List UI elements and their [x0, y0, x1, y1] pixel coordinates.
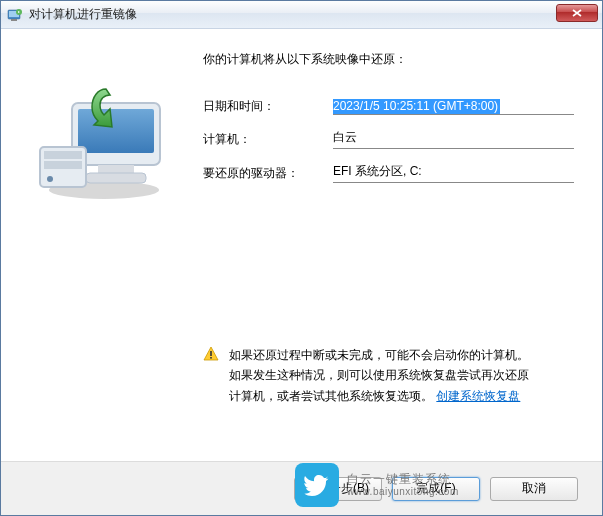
close-icon — [572, 9, 582, 17]
warning-block: 如果还原过程中断或未完成，可能不会启动你的计算机。 如果发生这种情况，则可以使用… — [203, 345, 574, 406]
svg-rect-2 — [11, 19, 17, 21]
warning-text: 如果还原过程中断或未完成，可能不会启动你的计算机。 如果发生这种情况，则可以使用… — [229, 345, 529, 406]
svg-rect-10 — [44, 151, 82, 159]
warning-line1: 如果还原过程中断或未完成，可能不会启动你的计算机。 — [229, 348, 529, 362]
info-row-datetime: 日期和时间： 2023/1/5 10:25:11 (GMT+8:00) — [203, 98, 574, 115]
app-icon — [7, 7, 23, 23]
content-columns: 你的计算机将从以下系统映像中还原： 日期和时间： 2023/1/5 10:25:… — [29, 51, 574, 406]
svg-rect-6 — [78, 109, 154, 153]
svg-point-12 — [47, 176, 53, 182]
window-title: 对计算机进行重镜像 — [29, 6, 137, 23]
close-button[interactable] — [556, 4, 598, 22]
info-row-drives: 要还原的驱动器： EFI 系统分区, C: — [203, 163, 574, 183]
datetime-value-wrap: 2023/1/5 10:25:11 (GMT+8:00) — [333, 99, 574, 115]
svg-rect-13 — [210, 351, 212, 356]
watermark-logo — [295, 463, 339, 507]
watermark-text: 白云一键重装系统 www.baiyunxitong.com — [347, 472, 459, 498]
content-area: 你的计算机将从以下系统映像中还原： 日期和时间： 2023/1/5 10:25:… — [1, 29, 602, 461]
warning-line2a: 如果发生这种情况，则可以使用系统恢复盘尝试再次还原 — [229, 368, 529, 382]
computer-value: 白云 — [333, 129, 574, 149]
cancel-button[interactable]: 取消 — [490, 477, 578, 501]
svg-rect-14 — [210, 357, 212, 359]
svg-rect-8 — [86, 173, 146, 183]
datetime-label: 日期和时间： — [203, 98, 333, 115]
svg-rect-7 — [98, 165, 134, 173]
datetime-value: 2023/1/5 10:25:11 (GMT+8:00) — [333, 99, 500, 114]
watermark-line2: www.baiyunxitong.com — [347, 486, 459, 498]
drives-value: EFI 系统分区, C: — [333, 163, 574, 183]
titlebar: 对计算机进行重镜像 — [1, 1, 602, 29]
restore-hero-icon — [34, 85, 174, 205]
svg-rect-11 — [44, 161, 82, 169]
bird-icon — [304, 474, 330, 496]
drives-label: 要还原的驱动器： — [203, 165, 333, 182]
watermark: 白云一键重装系统 www.baiyunxitong.com — [295, 463, 459, 507]
warning-icon — [203, 346, 219, 362]
computer-label: 计算机： — [203, 131, 333, 148]
wizard-window: 对计算机进行重镜像 — [0, 0, 603, 516]
watermark-line1: 白云一键重装系统 — [347, 472, 459, 486]
info-row-computer: 计算机： 白云 — [203, 129, 574, 149]
button-bar: < 上一步(B) 完成(F) 取消 白云一键重装系统 www.baiyunxit… — [1, 461, 602, 515]
warning-line2b: 计算机，或者尝试其他系统恢复选项。 — [229, 389, 433, 403]
create-recovery-disk-link[interactable]: 创建系统恢复盘 — [436, 389, 520, 403]
right-column: 你的计算机将从以下系统映像中还原： 日期和时间： 2023/1/5 10:25:… — [203, 51, 574, 406]
left-column — [29, 51, 179, 406]
intro-text: 你的计算机将从以下系统映像中还原： — [203, 51, 574, 68]
